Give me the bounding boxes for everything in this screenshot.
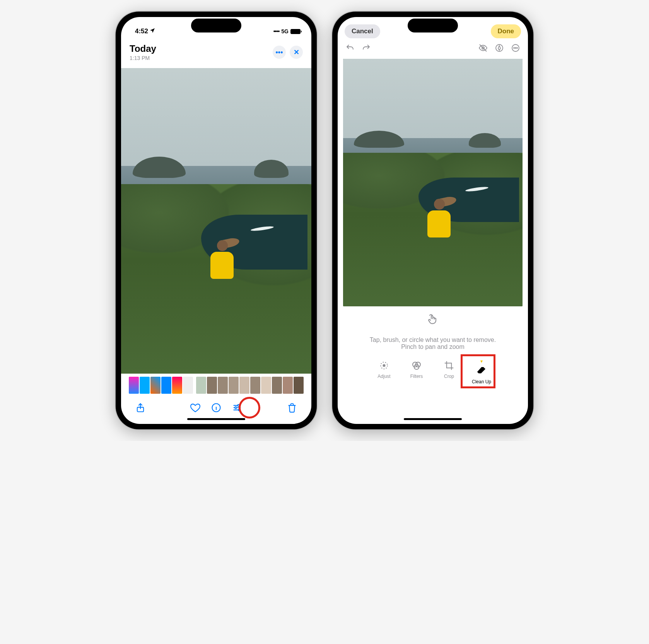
thumbnail[interactable] [150,377,161,394]
tool-filters[interactable]: Filters [405,360,428,384]
info-icon [211,402,222,413]
close-icon: ✕ [294,48,299,56]
info-button[interactable] [211,402,222,413]
edit-tool-tabs: Adjust Filters Crop Clean Up [338,354,528,396]
delete-button[interactable] [287,402,297,413]
album-title: Today [130,43,156,54]
thumbnail[interactable] [218,377,228,394]
dynamic-island [408,19,458,32]
home-indicator[interactable] [187,418,245,420]
tool-label: Filters [410,374,423,379]
thumbnail[interactable] [183,377,193,394]
location-arrow-icon [149,27,155,36]
eye-off-icon [478,43,488,53]
thumbnail[interactable] [261,377,271,394]
svg-point-12 [383,365,385,367]
thumbnail[interactable] [250,377,260,394]
photo-time: 1:13 PM [130,55,156,61]
photos-app-screen: 4:52 5G Today 1:13 PM ••• ✕ [121,17,311,424]
more-button[interactable] [511,43,520,54]
hand-tap-icon [427,313,439,326]
share-icon [135,402,146,413]
done-button[interactable]: Done [491,24,521,38]
adjust-icon [378,360,390,371]
crop-icon [443,360,455,371]
redo-icon [362,43,371,53]
thumbnail[interactable] [207,377,217,394]
thumbnail[interactable] [196,377,206,394]
thumbnail[interactable] [283,377,293,394]
thumbnail[interactable] [272,377,282,394]
favorite-button[interactable] [190,402,201,413]
svg-point-8 [514,48,514,48]
status-time: 4:52 [135,27,148,35]
tool-crop[interactable]: Crop [438,360,460,384]
home-indicator[interactable] [404,418,462,420]
photo-header: Today 1:13 PM ••• ✕ [121,39,311,64]
annotation-circle [239,397,260,419]
svg-point-10 [517,48,517,48]
thumbnail[interactable] [161,377,171,394]
heart-icon [190,402,201,413]
phone-left: 4:52 5G Today 1:13 PM ••• ✕ [116,12,317,429]
pen-tip-icon [495,43,504,53]
more-button[interactable]: ••• [273,46,286,59]
ellipsis-icon: ••• [276,48,283,56]
photo-edit-screen: Cancel Done [338,17,528,424]
network-label: 5G [281,28,289,34]
svg-point-3 [235,407,237,409]
signal-icon [273,28,280,34]
thumbnail[interactable] [294,377,304,394]
thumbnail[interactable] [140,377,150,394]
cancel-button[interactable]: Cancel [345,24,380,38]
filters-icon [411,360,422,371]
close-button[interactable]: ✕ [290,46,303,59]
ellipsis-circle-icon [511,43,520,53]
thumbnail-strip[interactable] [121,374,311,397]
cleanup-hint: Tap, brush, or circle what you want to r… [338,329,528,354]
tool-label: Crop [444,374,454,379]
share-button[interactable] [135,402,146,413]
undo-button[interactable] [345,43,355,54]
thumbnail[interactable] [172,377,182,394]
hide-button[interactable] [478,43,488,54]
hint-line-2: Pinch to pan and zoom [349,343,516,350]
svg-point-9 [515,48,516,48]
trash-icon [287,402,297,413]
photo-viewport[interactable] [121,68,311,374]
undo-icon [345,43,355,53]
hint-line-1: Tap, brush, or circle what you want to r… [349,337,516,343]
tool-label: Adjust [377,374,390,379]
dynamic-island [191,19,241,32]
annotation-box [461,354,495,388]
thumbnail[interactable] [229,377,239,394]
edit-photo-viewport[interactable] [343,59,523,306]
edit-secondary-toolbar [338,39,528,56]
thumbnail[interactable] [239,377,249,394]
redo-button[interactable] [362,43,371,54]
thumbnail[interactable] [129,377,139,394]
tool-adjust[interactable]: Adjust [373,360,395,384]
gesture-hint-icon [427,313,439,327]
phone-right: Cancel Done [332,12,533,429]
markup-button[interactable] [495,43,504,54]
battery-icon [290,29,301,34]
